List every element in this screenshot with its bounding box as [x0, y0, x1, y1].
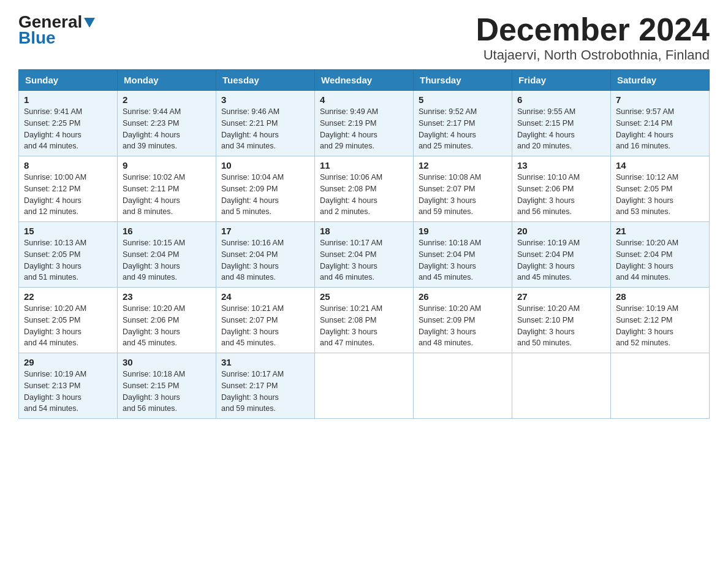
calendar-cell: 20Sunrise: 10:19 AMSunset: 2:04 PMDaylig… — [512, 222, 611, 288]
calendar-cell: 22Sunrise: 10:20 AMSunset: 2:05 PMDaylig… — [19, 288, 118, 353]
day-number: 7 — [616, 94, 704, 105]
day-number: 1 — [24, 94, 112, 105]
calendar-cell: 29Sunrise: 10:19 AMSunset: 2:13 PMDaylig… — [19, 353, 118, 419]
day-info: Sunrise: 10:17 AMSunset: 2:04 PMDaylight… — [320, 237, 408, 283]
calendar-cell: 1Sunrise: 9:41 AMSunset: 2:25 PMDaylight… — [19, 91, 118, 156]
calendar-cell: 31Sunrise: 10:17 AMSunset: 2:17 PMDaylig… — [216, 353, 315, 419]
day-number: 22 — [24, 291, 112, 302]
calendar-cell: 15Sunrise: 10:13 AMSunset: 2:05 PMDaylig… — [19, 222, 118, 288]
day-info: Sunrise: 10:20 AMSunset: 2:04 PMDaylight… — [616, 237, 704, 283]
calendar-cell: 30Sunrise: 10:18 AMSunset: 2:15 PMDaylig… — [118, 353, 216, 419]
day-number: 26 — [419, 291, 507, 302]
day-number: 2 — [123, 94, 211, 105]
col-header-thursday: Thursday — [414, 70, 512, 91]
calendar-cell — [315, 353, 414, 419]
calendar-cell: 14Sunrise: 10:12 AMSunset: 2:05 PMDaylig… — [611, 156, 710, 222]
day-info: Sunrise: 9:41 AMSunset: 2:25 PMDaylight:… — [24, 106, 112, 152]
calendar-cell — [611, 353, 710, 419]
day-info: Sunrise: 9:49 AMSunset: 2:19 PMDaylight:… — [320, 106, 408, 152]
calendar-cell: 2Sunrise: 9:44 AMSunset: 2:23 PMDaylight… — [118, 91, 216, 156]
day-info: Sunrise: 10:12 AMSunset: 2:05 PMDaylight… — [616, 172, 704, 218]
calendar-cell: 4Sunrise: 9:49 AMSunset: 2:19 PMDaylight… — [315, 91, 414, 156]
day-number: 30 — [123, 357, 211, 367]
col-header-friday: Friday — [512, 70, 611, 91]
day-number: 16 — [123, 226, 211, 236]
day-info: Sunrise: 10:18 AMSunset: 2:04 PMDaylight… — [419, 237, 507, 283]
calendar-cell: 28Sunrise: 10:19 AMSunset: 2:12 PMDaylig… — [611, 288, 710, 353]
col-header-sunday: Sunday — [19, 70, 118, 91]
day-info: Sunrise: 10:10 AMSunset: 2:06 PMDaylight… — [517, 172, 605, 218]
calendar-cell — [512, 353, 611, 419]
svg-marker-0 — [84, 18, 95, 28]
calendar-cell — [414, 353, 512, 419]
day-info: Sunrise: 9:55 AMSunset: 2:15 PMDaylight:… — [517, 106, 605, 152]
calendar-week-5: 29Sunrise: 10:19 AMSunset: 2:13 PMDaylig… — [19, 353, 710, 419]
title-block: December 2024 Utajaervi, North Ostroboth… — [476, 12, 710, 63]
day-number: 23 — [123, 291, 211, 302]
col-header-saturday: Saturday — [611, 70, 710, 91]
day-number: 29 — [24, 357, 112, 367]
day-number: 27 — [517, 291, 605, 302]
day-info: Sunrise: 9:57 AMSunset: 2:14 PMDaylight:… — [616, 106, 704, 152]
calendar-cell: 12Sunrise: 10:08 AMSunset: 2:07 PMDaylig… — [414, 156, 512, 222]
calendar-cell: 26Sunrise: 10:20 AMSunset: 2:09 PMDaylig… — [414, 288, 512, 353]
day-number: 10 — [221, 160, 309, 170]
day-info: Sunrise: 10:13 AMSunset: 2:05 PMDaylight… — [24, 237, 112, 283]
calendar-week-2: 8Sunrise: 10:00 AMSunset: 2:12 PMDayligh… — [19, 156, 710, 222]
calendar-cell: 18Sunrise: 10:17 AMSunset: 2:04 PMDaylig… — [315, 222, 414, 288]
day-number: 15 — [24, 226, 112, 236]
day-info: Sunrise: 10:21 AMSunset: 2:07 PMDaylight… — [221, 303, 309, 349]
col-header-wednesday: Wednesday — [315, 70, 414, 91]
page-header: General Blue December 2024 Utajaervi, No… — [18, 12, 710, 63]
day-number: 31 — [221, 357, 309, 367]
calendar-title: December 2024 — [476, 12, 710, 47]
calendar-cell: 8Sunrise: 10:00 AMSunset: 2:12 PMDayligh… — [19, 156, 118, 222]
calendar-cell: 21Sunrise: 10:20 AMSunset: 2:04 PMDaylig… — [611, 222, 710, 288]
day-number: 17 — [221, 226, 309, 236]
day-info: Sunrise: 10:21 AMSunset: 2:08 PMDaylight… — [320, 303, 408, 349]
calendar-cell: 3Sunrise: 9:46 AMSunset: 2:21 PMDaylight… — [216, 91, 315, 156]
calendar-cell: 5Sunrise: 9:52 AMSunset: 2:17 PMDaylight… — [414, 91, 512, 156]
day-number: 21 — [616, 226, 704, 236]
logo-triangle-icon — [83, 15, 96, 29]
day-number: 18 — [320, 226, 408, 236]
calendar-cell: 6Sunrise: 9:55 AMSunset: 2:15 PMDaylight… — [512, 91, 611, 156]
day-info: Sunrise: 10:19 AMSunset: 2:04 PMDaylight… — [517, 237, 605, 283]
calendar-week-3: 15Sunrise: 10:13 AMSunset: 2:05 PMDaylig… — [19, 222, 710, 288]
calendar-cell: 23Sunrise: 10:20 AMSunset: 2:06 PMDaylig… — [118, 288, 216, 353]
day-info: Sunrise: 10:16 AMSunset: 2:04 PMDaylight… — [221, 237, 309, 283]
day-number: 11 — [320, 160, 408, 170]
day-info: Sunrise: 10:19 AMSunset: 2:12 PMDaylight… — [616, 303, 704, 349]
day-info: Sunrise: 10:06 AMSunset: 2:08 PMDaylight… — [320, 172, 408, 218]
day-number: 8 — [24, 160, 112, 170]
day-info: Sunrise: 9:46 AMSunset: 2:21 PMDaylight:… — [221, 106, 309, 152]
day-number: 9 — [123, 160, 211, 170]
day-info: Sunrise: 10:02 AMSunset: 2:11 PMDaylight… — [123, 172, 211, 218]
day-info: Sunrise: 10:20 AMSunset: 2:09 PMDaylight… — [419, 303, 507, 349]
day-number: 13 — [517, 160, 605, 170]
day-number: 12 — [419, 160, 507, 170]
day-number: 3 — [221, 94, 309, 105]
calendar-cell: 25Sunrise: 10:21 AMSunset: 2:08 PMDaylig… — [315, 288, 414, 353]
col-header-tuesday: Tuesday — [216, 70, 315, 91]
day-info: Sunrise: 10:17 AMSunset: 2:17 PMDaylight… — [221, 369, 309, 415]
day-number: 14 — [616, 160, 704, 170]
calendar-cell: 19Sunrise: 10:18 AMSunset: 2:04 PMDaylig… — [414, 222, 512, 288]
calendar-cell: 16Sunrise: 10:15 AMSunset: 2:04 PMDaylig… — [118, 222, 216, 288]
calendar-subtitle: Utajaervi, North Ostrobothnia, Finland — [476, 47, 710, 63]
day-info: Sunrise: 10:18 AMSunset: 2:15 PMDaylight… — [123, 369, 211, 415]
day-info: Sunrise: 10:15 AMSunset: 2:04 PMDaylight… — [123, 237, 211, 283]
day-number: 20 — [517, 226, 605, 236]
calendar-cell: 9Sunrise: 10:02 AMSunset: 2:11 PMDayligh… — [118, 156, 216, 222]
day-number: 6 — [517, 94, 605, 105]
calendar-cell: 7Sunrise: 9:57 AMSunset: 2:14 PMDaylight… — [611, 91, 710, 156]
calendar-week-1: 1Sunrise: 9:41 AMSunset: 2:25 PMDaylight… — [19, 91, 710, 156]
day-number: 19 — [419, 226, 507, 236]
day-number: 5 — [419, 94, 507, 105]
day-info: Sunrise: 10:00 AMSunset: 2:12 PMDaylight… — [24, 172, 112, 218]
day-number: 25 — [320, 291, 408, 302]
day-info: Sunrise: 10:08 AMSunset: 2:07 PMDaylight… — [419, 172, 507, 218]
day-info: Sunrise: 10:20 AMSunset: 2:10 PMDaylight… — [517, 303, 605, 349]
calendar-table: SundayMondayTuesdayWednesdayThursdayFrid… — [18, 69, 710, 419]
col-header-monday: Monday — [118, 70, 216, 91]
